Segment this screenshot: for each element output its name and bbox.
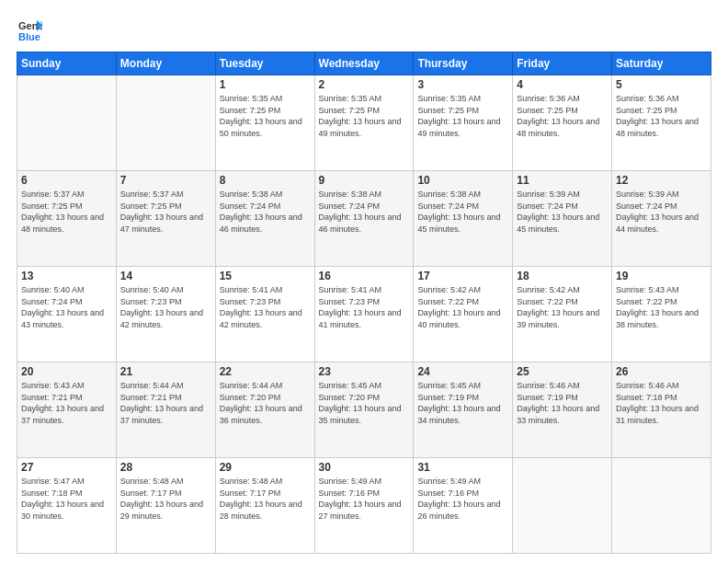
day-number: 11	[517, 174, 608, 187]
day-info: Sunrise: 5:42 AM Sunset: 7:22 PM Dayligh…	[417, 284, 508, 330]
day-number: 2	[319, 78, 410, 91]
calendar-cell: 4Sunrise: 5:36 AM Sunset: 7:25 PM Daylig…	[513, 75, 612, 171]
calendar-cell: 5Sunrise: 5:36 AM Sunset: 7:25 PM Daylig…	[612, 75, 711, 171]
calendar-table: Sunday Monday Tuesday Wednesday Thursday…	[17, 52, 711, 554]
calendar-cell: 7Sunrise: 5:37 AM Sunset: 7:25 PM Daylig…	[116, 171, 215, 267]
calendar-cell: 29Sunrise: 5:48 AM Sunset: 7:17 PM Dayli…	[215, 458, 314, 554]
calendar-cell: 25Sunrise: 5:46 AM Sunset: 7:19 PM Dayli…	[513, 362, 612, 458]
day-number: 20	[21, 365, 112, 378]
calendar-cell: 22Sunrise: 5:44 AM Sunset: 7:20 PM Dayli…	[215, 362, 314, 458]
col-friday: Friday	[513, 52, 612, 75]
day-info: Sunrise: 5:40 AM Sunset: 7:23 PM Dayligh…	[120, 284, 211, 330]
day-number: 8	[220, 174, 311, 187]
calendar-cell: 11Sunrise: 5:39 AM Sunset: 7:24 PM Dayli…	[513, 171, 612, 267]
day-info: Sunrise: 5:35 AM Sunset: 7:25 PM Dayligh…	[417, 93, 508, 139]
day-info: Sunrise: 5:35 AM Sunset: 7:25 PM Dayligh…	[220, 93, 311, 139]
day-number: 16	[319, 270, 410, 282]
logo-icon: General Blue	[17, 17, 42, 42]
day-number: 23	[319, 365, 410, 378]
day-info: Sunrise: 5:48 AM Sunset: 7:17 PM Dayligh…	[220, 476, 311, 522]
calendar-week-row: 13Sunrise: 5:40 AM Sunset: 7:24 PM Dayli…	[17, 267, 711, 362]
day-info: Sunrise: 5:41 AM Sunset: 7:23 PM Dayligh…	[220, 284, 311, 330]
calendar-cell	[612, 458, 711, 554]
col-sunday: Sunday	[17, 52, 117, 75]
day-info: Sunrise: 5:36 AM Sunset: 7:25 PM Dayligh…	[517, 93, 608, 139]
day-info: Sunrise: 5:39 AM Sunset: 7:24 PM Dayligh…	[616, 189, 707, 235]
day-number: 22	[220, 365, 311, 378]
day-number: 18	[517, 270, 608, 282]
calendar-cell: 13Sunrise: 5:40 AM Sunset: 7:24 PM Dayli…	[17, 267, 117, 362]
day-info: Sunrise: 5:47 AM Sunset: 7:18 PM Dayligh…	[21, 476, 112, 522]
day-info: Sunrise: 5:35 AM Sunset: 7:25 PM Dayligh…	[319, 93, 410, 139]
svg-text:Blue: Blue	[18, 31, 40, 42]
calendar-cell: 27Sunrise: 5:47 AM Sunset: 7:18 PM Dayli…	[17, 458, 117, 554]
day-number: 27	[21, 461, 112, 474]
day-number: 3	[417, 78, 508, 91]
calendar-cell: 23Sunrise: 5:45 AM Sunset: 7:20 PM Dayli…	[314, 362, 414, 458]
calendar-cell: 3Sunrise: 5:35 AM Sunset: 7:25 PM Daylig…	[414, 75, 513, 171]
day-number: 28	[120, 461, 211, 474]
calendar-cell: 16Sunrise: 5:41 AM Sunset: 7:23 PM Dayli…	[314, 267, 414, 362]
day-number: 31	[417, 461, 508, 474]
day-info: Sunrise: 5:46 AM Sunset: 7:18 PM Dayligh…	[616, 380, 707, 426]
calendar-cell	[513, 458, 612, 554]
calendar-cell: 12Sunrise: 5:39 AM Sunset: 7:24 PM Dayli…	[612, 171, 711, 267]
calendar-cell: 6Sunrise: 5:37 AM Sunset: 7:25 PM Daylig…	[17, 171, 117, 267]
day-info: Sunrise: 5:46 AM Sunset: 7:19 PM Dayligh…	[517, 380, 608, 426]
day-info: Sunrise: 5:42 AM Sunset: 7:22 PM Dayligh…	[517, 284, 608, 330]
day-info: Sunrise: 5:39 AM Sunset: 7:24 PM Dayligh…	[517, 189, 608, 235]
calendar-cell: 15Sunrise: 5:41 AM Sunset: 7:23 PM Dayli…	[215, 267, 314, 362]
day-number: 30	[319, 461, 410, 474]
day-info: Sunrise: 5:38 AM Sunset: 7:24 PM Dayligh…	[417, 189, 508, 235]
day-info: Sunrise: 5:43 AM Sunset: 7:22 PM Dayligh…	[616, 284, 707, 330]
col-wednesday: Wednesday	[314, 52, 414, 75]
calendar-cell: 2Sunrise: 5:35 AM Sunset: 7:25 PM Daylig…	[314, 75, 414, 171]
day-info: Sunrise: 5:45 AM Sunset: 7:19 PM Dayligh…	[417, 380, 508, 426]
day-number: 1	[220, 78, 311, 91]
calendar-cell: 24Sunrise: 5:45 AM Sunset: 7:19 PM Dayli…	[414, 362, 513, 458]
day-number: 29	[220, 461, 311, 474]
day-number: 19	[616, 270, 707, 282]
day-info: Sunrise: 5:37 AM Sunset: 7:25 PM Dayligh…	[120, 189, 211, 235]
calendar-cell: 28Sunrise: 5:48 AM Sunset: 7:17 PM Dayli…	[116, 458, 215, 554]
calendar-week-row: 1Sunrise: 5:35 AM Sunset: 7:25 PM Daylig…	[17, 75, 711, 171]
day-info: Sunrise: 5:43 AM Sunset: 7:21 PM Dayligh…	[21, 380, 112, 426]
day-number: 24	[417, 365, 508, 378]
day-info: Sunrise: 5:36 AM Sunset: 7:25 PM Dayligh…	[616, 93, 707, 139]
day-info: Sunrise: 5:48 AM Sunset: 7:17 PM Dayligh…	[120, 476, 211, 522]
day-number: 17	[417, 270, 508, 282]
day-info: Sunrise: 5:45 AM Sunset: 7:20 PM Dayligh…	[319, 380, 410, 426]
calendar-week-row: 20Sunrise: 5:43 AM Sunset: 7:21 PM Dayli…	[17, 362, 711, 458]
day-number: 10	[417, 174, 508, 187]
day-info: Sunrise: 5:49 AM Sunset: 7:16 PM Dayligh…	[319, 476, 410, 522]
day-info: Sunrise: 5:49 AM Sunset: 7:16 PM Dayligh…	[417, 476, 508, 522]
calendar-cell: 8Sunrise: 5:38 AM Sunset: 7:24 PM Daylig…	[215, 171, 314, 267]
col-monday: Monday	[116, 52, 215, 75]
day-number: 7	[120, 174, 211, 187]
calendar-cell: 17Sunrise: 5:42 AM Sunset: 7:22 PM Dayli…	[414, 267, 513, 362]
col-thursday: Thursday	[414, 52, 513, 75]
day-number: 6	[21, 174, 112, 187]
day-info: Sunrise: 5:44 AM Sunset: 7:21 PM Dayligh…	[120, 380, 211, 426]
day-info: Sunrise: 5:37 AM Sunset: 7:25 PM Dayligh…	[21, 189, 112, 235]
calendar-week-row: 27Sunrise: 5:47 AM Sunset: 7:18 PM Dayli…	[17, 458, 711, 554]
calendar-cell: 19Sunrise: 5:43 AM Sunset: 7:22 PM Dayli…	[612, 267, 711, 362]
calendar-cell: 26Sunrise: 5:46 AM Sunset: 7:18 PM Dayli…	[612, 362, 711, 458]
calendar-header-row: Sunday Monday Tuesday Wednesday Thursday…	[17, 52, 711, 75]
calendar-cell	[17, 75, 117, 171]
day-number: 9	[319, 174, 410, 187]
day-number: 21	[120, 365, 211, 378]
calendar-cell	[116, 75, 215, 171]
page: General Blue Sunday Monday Tuesday Wedne…	[0, 0, 728, 563]
calendar-cell: 10Sunrise: 5:38 AM Sunset: 7:24 PM Dayli…	[414, 171, 513, 267]
header: General Blue	[17, 17, 711, 42]
calendar-cell: 30Sunrise: 5:49 AM Sunset: 7:16 PM Dayli…	[314, 458, 414, 554]
calendar-cell: 14Sunrise: 5:40 AM Sunset: 7:23 PM Dayli…	[116, 267, 215, 362]
calendar-cell: 1Sunrise: 5:35 AM Sunset: 7:25 PM Daylig…	[215, 75, 314, 171]
day-number: 26	[616, 365, 707, 378]
logo: General Blue	[17, 17, 46, 42]
calendar-cell: 31Sunrise: 5:49 AM Sunset: 7:16 PM Dayli…	[414, 458, 513, 554]
day-number: 4	[517, 78, 608, 91]
col-tuesday: Tuesday	[215, 52, 314, 75]
day-info: Sunrise: 5:44 AM Sunset: 7:20 PM Dayligh…	[220, 380, 311, 426]
